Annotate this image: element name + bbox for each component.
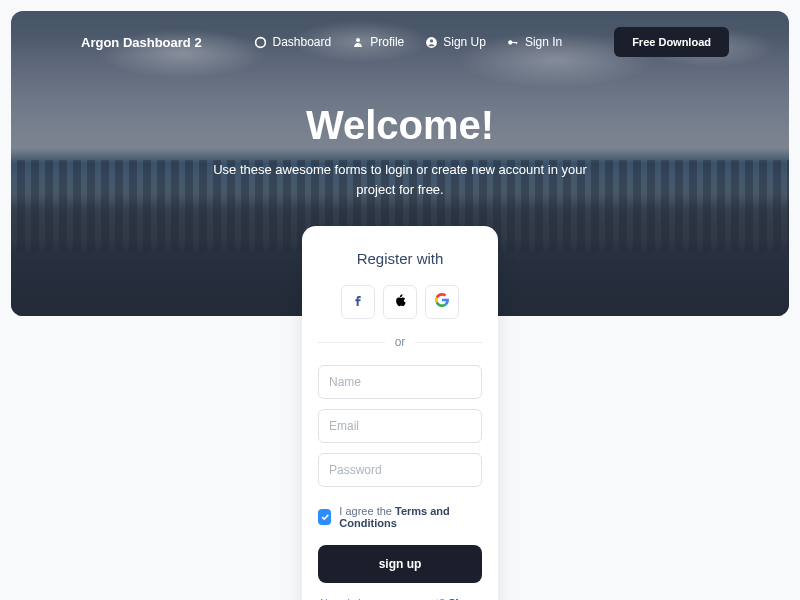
nav-signin-label: Sign In [525,35,562,49]
facebook-button[interactable] [341,285,375,319]
register-card: Register with or I agree the Terms and C… [302,226,498,600]
apple-icon [393,293,408,312]
person-icon [351,35,365,49]
svg-point-3 [430,39,433,42]
nav-dashboard-label: Dashboard [272,35,331,49]
email-input[interactable] [318,409,482,443]
terms-label: I agree the Terms and Conditions [339,505,482,529]
hero-title: Welcome! [11,103,789,148]
svg-rect-6 [516,41,517,43]
facebook-icon [350,292,366,312]
key-icon [506,35,520,49]
terms-checkbox-row[interactable]: I agree the Terms and Conditions [318,505,482,529]
nav-signin[interactable]: Sign In [506,35,562,49]
apple-button[interactable] [383,285,417,319]
card-title: Register with [318,250,482,267]
google-button[interactable] [425,285,459,319]
donut-icon [253,35,267,49]
user-circle-icon [424,35,438,49]
social-buttons [318,285,482,319]
nav-links: Dashboard Profile Sign Up Sign In [253,35,562,49]
top-nav: Argon Dashboard 2 Dashboard Profile Sign… [11,11,789,61]
google-icon [434,292,450,312]
nav-profile[interactable]: Profile [351,35,404,49]
svg-point-1 [356,38,360,42]
name-input[interactable] [318,365,482,399]
free-download-button[interactable]: Free Download [614,27,729,57]
nav-profile-label: Profile [370,35,404,49]
nav-signup[interactable]: Sign Up [424,35,486,49]
hero-text: Welcome! Use these awesome forms to logi… [11,103,789,199]
signup-submit-button[interactable]: sign up [318,545,482,583]
brand-title: Argon Dashboard 2 [81,35,202,50]
hero-subtitle: Use these awesome forms to login or crea… [11,160,789,199]
svg-point-4 [509,40,513,44]
nav-dashboard[interactable]: Dashboard [253,35,331,49]
checkbox-checked-icon[interactable] [318,509,331,525]
password-input[interactable] [318,453,482,487]
nav-signup-label: Sign Up [443,35,486,49]
or-divider: or [318,335,482,349]
